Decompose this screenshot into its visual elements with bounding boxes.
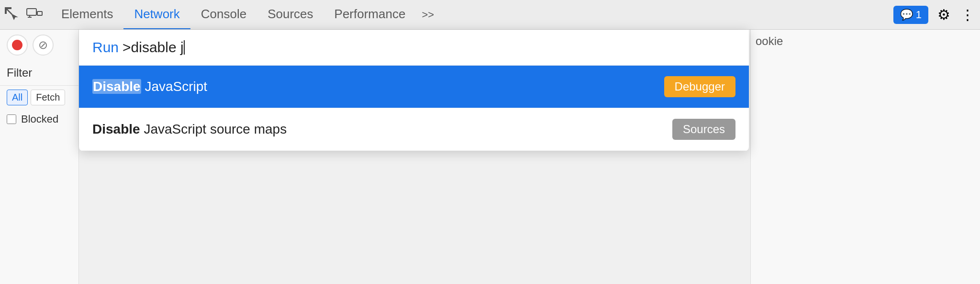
selector-icon[interactable] bbox=[4, 6, 21, 23]
more-options-icon[interactable]: ⋮ bbox=[959, 6, 976, 23]
blocked-checkbox[interactable] bbox=[7, 114, 16, 124]
cancel-button[interactable]: ⊘ bbox=[33, 34, 54, 56]
result-disable-js-maps-highlight: Disable bbox=[92, 122, 140, 136]
sources-badge: Sources bbox=[672, 119, 735, 140]
debugger-badge: Debugger bbox=[664, 76, 735, 97]
devtools-topbar: Elements Network Console Sources Perform… bbox=[0, 0, 980, 30]
left-panel: ⊘ Filter All Fetch Blocked bbox=[0, 30, 79, 284]
filter-label: Filter bbox=[0, 60, 78, 86]
cancel-icon: ⊘ bbox=[38, 38, 48, 52]
chip-fetch[interactable]: Fetch bbox=[31, 90, 65, 105]
svg-marker-3 bbox=[11, 13, 18, 20]
background-content: ookie bbox=[750, 30, 980, 284]
result-disable-js-maps-label: Disable JavaScript source maps bbox=[92, 122, 287, 137]
settings-icon[interactable]: ⚙ bbox=[935, 6, 952, 23]
tab-more-button[interactable]: >> bbox=[416, 9, 440, 21]
tab-network[interactable]: Network bbox=[123, 0, 190, 29]
chip-all[interactable]: All bbox=[7, 90, 28, 105]
tab-console[interactable]: Console bbox=[190, 0, 257, 29]
result-disable-js[interactable]: Disable JavaScript Debugger bbox=[79, 66, 749, 108]
command-input-text: >disable j bbox=[122, 39, 184, 56]
tab-sources[interactable]: Sources bbox=[257, 0, 323, 29]
tab-elements[interactable]: Elements bbox=[51, 0, 123, 29]
chat-icon: 💬 bbox=[900, 9, 913, 21]
result-disable-js-maps-rest: JavaScript source maps bbox=[140, 122, 287, 136]
stop-icon bbox=[12, 40, 22, 50]
result-disable-js-label: Disable JavaScript bbox=[92, 79, 207, 94]
devtools-right-icons: 💬 1 ⚙ ⋮ bbox=[893, 6, 976, 24]
devtools-left-icons bbox=[4, 6, 43, 23]
record-row: ⊘ bbox=[0, 30, 78, 60]
badge-count: 1 bbox=[916, 9, 922, 21]
device-icon[interactable] bbox=[26, 6, 43, 23]
text-cursor bbox=[184, 40, 185, 55]
cookie-text: ookie bbox=[756, 34, 783, 48]
stop-recording-button[interactable] bbox=[7, 34, 28, 56]
blocked-row: Blocked bbox=[0, 109, 78, 129]
command-palette: Run >disable j Disable JavaScript Debugg… bbox=[79, 30, 749, 151]
blocked-label: Blocked bbox=[21, 113, 58, 125]
svg-rect-5 bbox=[37, 11, 42, 15]
svg-rect-4 bbox=[27, 9, 36, 15]
result-disable-js-maps[interactable]: Disable JavaScript source maps Sources bbox=[79, 108, 749, 151]
tab-list: Elements Network Console Sources Perform… bbox=[51, 0, 893, 29]
filter-chips: All Fetch bbox=[0, 86, 78, 109]
tab-performance[interactable]: Performance bbox=[324, 0, 416, 29]
run-label: Run bbox=[92, 39, 119, 56]
result-disable-js-rest: JavaScript bbox=[141, 79, 208, 94]
command-input-row[interactable]: Run >disable j bbox=[79, 30, 749, 66]
result-disable-js-highlight: Disable bbox=[92, 79, 141, 94]
feedback-button[interactable]: 💬 1 bbox=[893, 6, 928, 24]
